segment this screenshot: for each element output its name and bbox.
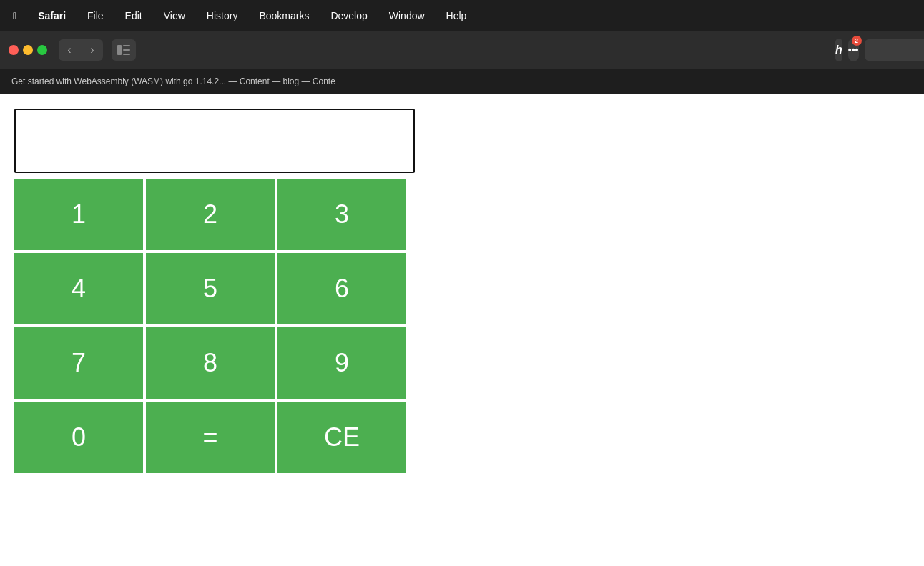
calc-btn-8[interactable]: 8: [146, 327, 275, 399]
fullscreen-button[interactable]: [37, 45, 47, 55]
tab-bar: Get started with WebAssembly (WASM) with…: [0, 69, 924, 94]
calc-btn-ce[interactable]: CE: [277, 402, 406, 473]
calc-btn-0[interactable]: 0: [14, 402, 143, 473]
help-menu[interactable]: Help: [442, 9, 471, 23]
dots-icon: •••: [848, 44, 859, 56]
extensions-area: h ••• 2: [835, 39, 915, 61]
menu-bar:  Safari File Edit View History Bookmark…: [0, 0, 924, 31]
honey-icon: h: [835, 44, 842, 56]
calc-btn-3[interactable]: 3: [277, 179, 406, 250]
extensions-button[interactable]: ••• 2: [848, 39, 859, 61]
file-menu[interactable]: File: [83, 9, 108, 23]
history-menu[interactable]: History: [202, 9, 242, 23]
calc-btn-5[interactable]: 5: [146, 253, 275, 324]
minimize-button[interactable]: [23, 45, 33, 55]
svg-rect-1: [123, 45, 130, 46]
svg-rect-3: [123, 54, 130, 55]
calc-btn-6[interactable]: 6: [277, 253, 406, 324]
close-button[interactable]: [9, 45, 19, 55]
window-menu[interactable]: Window: [385, 9, 429, 23]
calc-btn-2[interactable]: 2: [146, 179, 275, 250]
extensions-badge: 2: [852, 36, 862, 46]
calc-btn-7[interactable]: 7: [14, 327, 143, 399]
calc-btn-4[interactable]: 4: [14, 253, 143, 324]
toolbar: ‹ › h ••• 2: [0, 31, 924, 69]
safari-menu[interactable]: Safari: [34, 9, 70, 23]
bookmarks-menu[interactable]: Bookmarks: [255, 9, 313, 23]
nav-button-group: ‹ ›: [59, 39, 103, 61]
calc-btn-9[interactable]: 9: [277, 327, 406, 399]
svg-rect-0: [117, 45, 122, 55]
calculator-grid: 1 2 3 4 5 6 7 8 9 0 = CE: [14, 179, 406, 473]
honey-extension-button[interactable]: h: [835, 39, 842, 61]
calc-btn-equals[interactable]: =: [146, 402, 275, 473]
apple-menu[interactable]: : [9, 9, 21, 23]
view-menu[interactable]: View: [159, 9, 190, 23]
develop-menu[interactable]: Develop: [326, 9, 371, 23]
edit-menu[interactable]: Edit: [121, 9, 147, 23]
traffic-lights: [9, 45, 47, 55]
tab-title[interactable]: Get started with WebAssembly (WASM) with…: [11, 76, 335, 86]
sidebar-toggle-button[interactable]: [112, 39, 136, 61]
calculator-display: [14, 109, 415, 173]
content-area: 1 2 3 4 5 6 7 8 9 0 = CE: [0, 94, 924, 566]
svg-rect-2: [123, 49, 130, 51]
forward-button[interactable]: ›: [82, 39, 103, 61]
calc-btn-1[interactable]: 1: [14, 179, 143, 250]
address-bar[interactable]: [865, 39, 925, 61]
back-button[interactable]: ‹: [59, 39, 80, 61]
